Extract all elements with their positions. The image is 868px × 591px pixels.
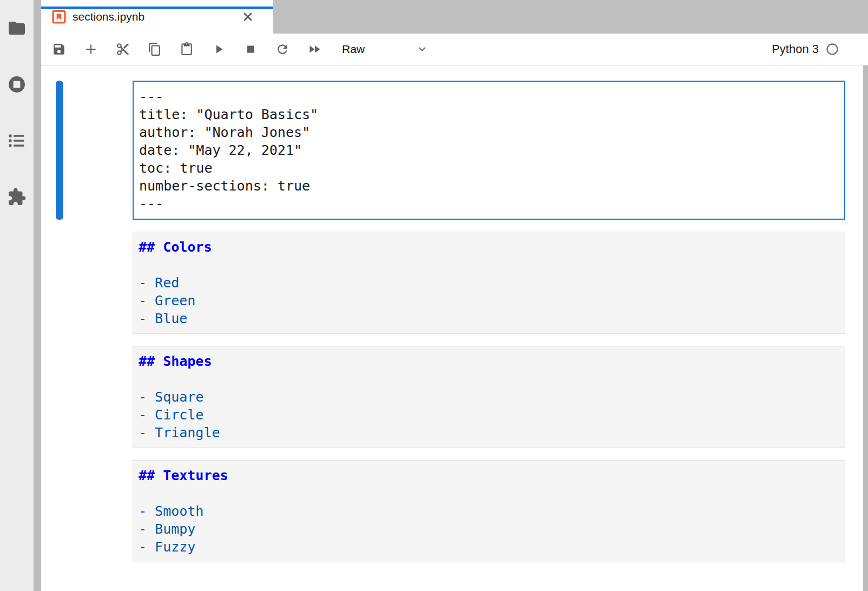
code-line: title: "Quarto Basics" bbox=[139, 106, 839, 123]
code-line: - Circle bbox=[139, 406, 839, 424]
code-line bbox=[139, 484, 839, 502]
insert-cell-button[interactable] bbox=[84, 42, 98, 56]
kernel-idle-circle-icon bbox=[826, 43, 839, 56]
right-panel-strip bbox=[863, 65, 868, 591]
cut-cells-button[interactable] bbox=[116, 42, 130, 56]
code-line: number-sections: true bbox=[139, 177, 839, 195]
cell-type-dropdown[interactable]: Raw bbox=[342, 43, 428, 56]
tab-title: sections.ipynb bbox=[73, 10, 144, 23]
cell-prompt-area bbox=[63, 81, 133, 220]
extensions-puzzle-icon[interactable] bbox=[7, 187, 27, 207]
chevron-down-icon bbox=[417, 44, 428, 55]
code-line bbox=[139, 370, 839, 388]
close-icon[interactable] bbox=[241, 10, 254, 23]
code-line: - Blue bbox=[139, 310, 839, 327]
table-of-contents-icon[interactable] bbox=[7, 131, 27, 150]
notebook-cell-markdown[interactable]: ## Colors- Red- Green- Blue bbox=[41, 232, 868, 334]
code-line: --- bbox=[139, 195, 839, 213]
restart-kernel-button[interactable] bbox=[275, 42, 290, 56]
notebook-cell-markdown[interactable]: ## Shapes- Square- Circle- Triangle bbox=[41, 346, 868, 448]
code-line: toc: true bbox=[139, 159, 839, 177]
paste-cells-button[interactable] bbox=[180, 42, 194, 56]
cell-prompt-area bbox=[63, 460, 133, 562]
cell-type-value: Raw bbox=[342, 43, 365, 56]
cell-collapser[interactable] bbox=[56, 232, 63, 334]
code-line: - Triangle bbox=[139, 424, 839, 442]
run-cell-button[interactable] bbox=[212, 42, 226, 56]
cell-editor[interactable]: ## Shapes- Square- Circle- Triangle bbox=[133, 346, 845, 448]
notebook-icon bbox=[52, 10, 66, 24]
kernel-indicator[interactable]: Python 3 bbox=[772, 42, 868, 56]
active-tab-accent-line bbox=[41, 6, 273, 9]
main-area: sections.ipynb bbox=[41, 0, 868, 591]
tab-bar: sections.ipynb bbox=[41, 0, 868, 34]
copy-cells-button[interactable] bbox=[148, 42, 162, 56]
kernel-name: Python 3 bbox=[772, 42, 819, 56]
cell-collapser[interactable] bbox=[56, 460, 63, 562]
code-line: ## Shapes bbox=[139, 352, 839, 370]
cell-editor[interactable]: ---title: "Quarto Basics"author: "Norah … bbox=[133, 81, 845, 220]
file-browser-icon[interactable] bbox=[7, 18, 27, 38]
cell-prompt-area bbox=[63, 346, 133, 448]
code-line: - Square bbox=[139, 388, 839, 406]
code-line: ## Colors bbox=[139, 238, 839, 256]
code-line: --- bbox=[139, 88, 839, 106]
jupyterlab-window: sections.ipynb bbox=[0, 0, 868, 591]
code-line: author: "Norah Jones" bbox=[139, 123, 839, 141]
running-sessions-icon[interactable] bbox=[7, 75, 27, 94]
code-line: ## Textures bbox=[139, 467, 839, 484]
left-activity-bar bbox=[0, 0, 34, 591]
interrupt-kernel-button[interactable] bbox=[244, 42, 258, 56]
cell-prompt-area bbox=[63, 232, 133, 334]
code-line: date: "May 22, 2021" bbox=[139, 141, 839, 159]
code-line: - Smooth bbox=[139, 502, 839, 520]
notebook-cell-raw[interactable]: ---title: "Quarto Basics"author: "Norah … bbox=[41, 81, 868, 220]
code-line: - Green bbox=[139, 292, 839, 310]
cell-editor[interactable]: ## Textures- Smooth- Bumpy- Fuzzy bbox=[133, 460, 845, 562]
notebook-toolbar: Raw Python 3 bbox=[41, 34, 868, 65]
save-button[interactable] bbox=[52, 42, 66, 56]
cell-editor[interactable]: ## Colors- Red- Green- Blue bbox=[133, 232, 845, 334]
notebook-panel: ---title: "Quarto Basics"author: "Norah … bbox=[41, 65, 868, 591]
sidebar-splitter bbox=[34, 0, 41, 591]
code-line bbox=[139, 256, 839, 274]
cell-collapser[interactable] bbox=[56, 81, 63, 220]
notebook-cell-markdown[interactable]: ## Textures- Smooth- Bumpy- Fuzzy bbox=[41, 460, 868, 562]
cell-collapser[interactable] bbox=[56, 346, 63, 448]
code-line: - Bumpy bbox=[139, 520, 839, 538]
code-line: - Fuzzy bbox=[139, 538, 839, 556]
code-line: - Red bbox=[139, 274, 839, 292]
run-all-cells-button[interactable] bbox=[307, 42, 321, 56]
tab-sections-ipynb[interactable]: sections.ipynb bbox=[41, 0, 273, 34]
